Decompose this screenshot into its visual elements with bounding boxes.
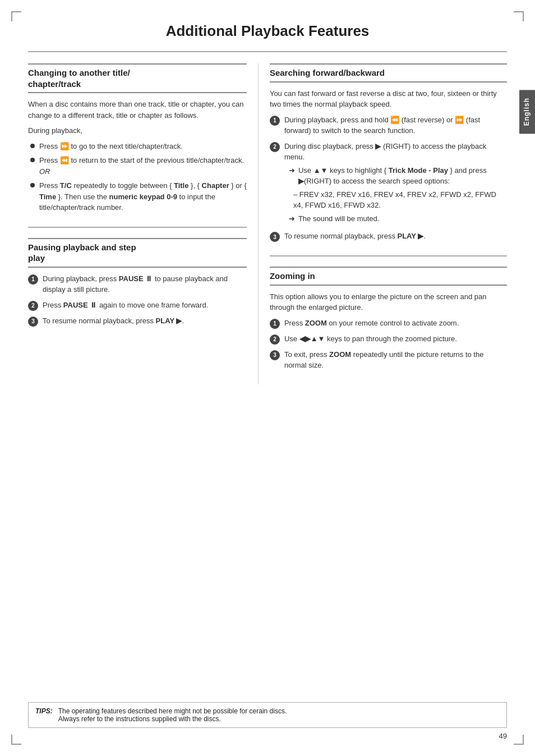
right-section-divider	[270, 255, 507, 256]
step-number-3: 3	[270, 232, 280, 242]
section-searching-body: You can fast forward or fast reverse a d…	[270, 88, 507, 242]
section-zooming-body: This option allows you to enlarge the pi…	[270, 291, 507, 371]
list-item: 3 To exit, press ZOOM repeatedly until t…	[270, 349, 507, 371]
step-number-2: 2	[270, 335, 280, 345]
zoom-step-2: Use ◀▶▲▼ keys to pan through the zoomed …	[284, 333, 507, 345]
page-number: 49	[499, 732, 507, 740]
left-column: Changing to another title/chapter/track …	[28, 63, 258, 384]
main-content: Changing to another title/chapter/track …	[0, 63, 535, 384]
right-column: Searching forward/backward You can fast …	[258, 63, 507, 384]
page: English Additional Playback Features Cha…	[0, 0, 535, 756]
search-step-1: During playback, press and hold ⏪ (fast …	[284, 114, 507, 136]
section-changing-title: Changing to another title/chapter/track …	[28, 63, 247, 213]
bullet-text-1: Press ⏩ to go to the next title/chapter/…	[39, 141, 183, 152]
arrow-sub-1: ➜ Use ▲▼ keys to highlight { Trick Mode …	[284, 165, 507, 187]
list-item: Press ⏪ to return to the start of the pr…	[28, 155, 247, 177]
bullet-dot	[30, 144, 35, 148]
bullet-dot	[30, 158, 35, 162]
changing-during: During playback,	[28, 125, 247, 136]
searching-steps: 1 During playback, press and hold ⏪ (fas…	[270, 114, 507, 242]
step-number-3: 3	[28, 317, 38, 327]
zoom-step-1: Press ZOOM on your remote control to act…	[284, 318, 507, 329]
speed-options: – FREV x32, FREV x16, FREV x4, FREV x2, …	[293, 189, 507, 211]
zooming-intro: This option allows you to enlarge the pi…	[270, 291, 507, 313]
step-number-1: 1	[270, 116, 280, 126]
changing-intro: When a disc contains more than one track…	[28, 99, 247, 121]
corner-mark-br	[514, 735, 524, 745]
section-changing-title-heading: Changing to another title/chapter/track	[28, 63, 247, 93]
title-rule	[28, 51, 507, 52]
step-1-text: During playback, press PAUSE ⏸ to pause …	[43, 273, 247, 295]
arrow-text-2: The sound will be muted.	[298, 213, 380, 224]
list-item: 3 To resume normal playback, press PLAY …	[270, 231, 507, 242]
pausing-steps: 1 During playback, press PAUSE ⏸ to paus…	[28, 273, 247, 327]
list-item: 2 During disc playback, press ▶ (RIGHT) …	[270, 141, 507, 227]
list-item: 2 Use ◀▶▲▼ keys to pan through the zoome…	[270, 333, 507, 345]
zoom-step-3: To exit, press ZOOM repeatedly until the…	[284, 349, 507, 371]
corner-mark-tr	[514, 11, 524, 21]
step-number-2: 2	[28, 301, 38, 311]
arrow-symbol: ➜	[289, 165, 295, 176]
arrow-sub-2: ➜ The sound will be muted.	[284, 213, 507, 224]
arrow-symbol-2: ➜	[289, 213, 295, 224]
section-zooming: Zooming in This option allows you to enl…	[270, 267, 507, 371]
list-item: 1 During playback, press PAUSE ⏸ to paus…	[28, 273, 247, 295]
section-searching-heading: Searching forward/backward	[270, 63, 507, 83]
corner-mark-bl	[11, 735, 21, 745]
section-pausing-body: 1 During playback, press PAUSE ⏸ to paus…	[28, 273, 247, 327]
left-section-divider	[28, 227, 247, 228]
section-searching: Searching forward/backward You can fast …	[270, 63, 507, 242]
step-3-text: To resume normal playback, press PLAY ▶.	[43, 315, 247, 327]
section-changing-title-body: When a disc contains more than one track…	[28, 99, 247, 213]
list-item: 1 During playback, press and hold ⏪ (fas…	[270, 114, 507, 136]
step-number-3: 3	[270, 350, 280, 360]
step-number-1: 1	[28, 274, 38, 285]
section-zooming-heading: Zooming in	[270, 267, 507, 286]
list-item: Press ⏩ to go to the next title/chapter/…	[28, 141, 247, 152]
list-item: 3 To resume normal playback, press PLAY …	[28, 315, 247, 327]
corner-mark-tl	[11, 11, 21, 21]
step-number-2: 2	[270, 142, 280, 152]
bullet-text-2: Press ⏪ to return to the start of the pr…	[39, 155, 244, 177]
list-item: Press T/C repeatedly to toggle between {…	[28, 180, 247, 213]
changing-bullet-list: Press ⏩ to go to the next title/chapter/…	[28, 141, 247, 213]
search-step-2: During disc playback, press ▶ (RIGHT) to…	[284, 141, 507, 227]
arrow-text-1: Use ▲▼ keys to highlight { Trick Mode - …	[298, 165, 507, 187]
list-item: 2 Press PAUSE ⏸ again to move one frame …	[28, 300, 247, 311]
tips-label: TIPS:	[35, 707, 53, 715]
page-title: Additional Playback Features	[28, 22, 507, 40]
tips-bar: TIPS: The operating features described h…	[28, 702, 507, 728]
zooming-steps: 1 Press ZOOM on your remote control to a…	[270, 318, 507, 371]
search-step-3: To resume normal playback, press PLAY ▶.	[284, 231, 507, 242]
section-pausing-heading: Pausing playback and stepplay	[28, 238, 247, 268]
searching-intro: You can fast forward or fast reverse a d…	[270, 88, 507, 110]
side-tab-english: English	[519, 90, 535, 134]
list-item: 1 Press ZOOM on your remote control to a…	[270, 318, 507, 329]
bullet-dot	[30, 183, 35, 187]
bullet-text-3: Press T/C repeatedly to toggle between {…	[39, 180, 247, 213]
step-number-1: 1	[270, 319, 280, 329]
section-pausing: Pausing playback and stepplay 1 During p…	[28, 238, 247, 327]
tips-text: The operating features described here mi…	[58, 707, 287, 723]
step-2-text: Press PAUSE ⏸ again to move one frame fo…	[43, 300, 247, 311]
page-title-bar: Additional Playback Features	[0, 17, 535, 51]
